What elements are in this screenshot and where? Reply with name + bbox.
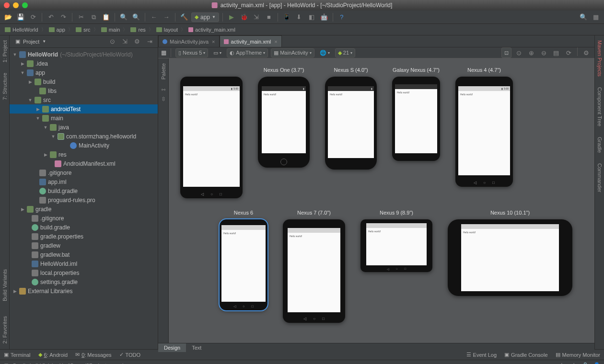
gear-icon[interactable]: ⚙: [132, 36, 142, 47]
theme-selector[interactable]: ◐AppTheme▾: [227, 48, 268, 57]
debug-icon[interactable]: 🐞: [239, 12, 249, 23]
device-nexus7[interactable]: Nexus 7 (7.0") Hello world!◁○□: [283, 210, 345, 323]
crumb-file[interactable]: activity_main.xml: [186, 26, 237, 33]
design-canvas[interactable]: ▮5:00Hello world!◁○□ Nexus One (3.7") ▮H…: [169, 58, 594, 343]
refresh-button[interactable]: ⟳: [563, 47, 574, 58]
tree-settingsgradle[interactable]: settings.gradle: [10, 277, 158, 286]
scroll-from-source-icon[interactable]: ⊙: [107, 36, 117, 47]
open-icon[interactable]: 📂: [3, 12, 13, 23]
tool-terminal[interactable]: ▣Terminal: [4, 352, 31, 358]
tool-android[interactable]: ◆66: Android: Android: [38, 352, 68, 358]
tab-activitymain[interactable]: activity_main.xml×: [220, 35, 282, 47]
tree-main[interactable]: ▼main: [10, 114, 158, 123]
tool-gradle-console[interactable]: ▣Gradle Console: [504, 352, 547, 358]
tab-mainactivity[interactable]: MainActivity.java×: [158, 35, 220, 47]
run-config-selector[interactable]: ◆ app ▼: [191, 12, 219, 22]
tree-buildgradle[interactable]: build.gradle: [10, 186, 158, 195]
design-mode-tab[interactable]: Design: [158, 343, 186, 352]
project-view-selector[interactable]: ▣ Project ▼: [12, 38, 49, 45]
forward-icon[interactable]: →: [161, 12, 172, 23]
tree-gradlew[interactable]: gradlew: [10, 241, 158, 250]
tree-gitignore2[interactable]: .gitignore: [10, 214, 158, 223]
maximize-window-button[interactable]: [22, 2, 28, 8]
project-tree[interactable]: ▼HelloWorld(~/StudioProject/HelloWorld) …: [10, 48, 158, 349]
expand-v-icon[interactable]: ⇳: [161, 96, 166, 102]
avd-icon[interactable]: 📱: [281, 12, 292, 23]
run-icon[interactable]: ▶: [226, 12, 237, 23]
tree-proguard[interactable]: proguard-rules.pro: [10, 195, 158, 205]
device-nexus-s[interactable]: Nexus S (4.0") ▮Hello world!: [325, 67, 377, 170]
find-icon[interactable]: 🔍: [118, 12, 129, 23]
orientation-button[interactable]: ▭▾: [211, 49, 224, 57]
device-nexus6[interactable]: Nexus 6 Hello world!◁○□: [220, 210, 267, 310]
android-robot-icon[interactable]: 🤖: [319, 12, 329, 23]
zoom-real-button[interactable]: ⊙: [513, 47, 524, 58]
copy-icon[interactable]: ⧉: [88, 12, 99, 23]
redo-icon[interactable]: ↷: [58, 12, 69, 23]
tool-messages[interactable]: ✉0: Messages: [75, 352, 111, 358]
sync-icon[interactable]: ⟳: [28, 12, 38, 23]
zoom-out-button[interactable]: ⊖: [538, 47, 549, 58]
tool-eventlog[interactable]: ☰Event Log: [466, 352, 497, 358]
paste-icon[interactable]: 📋: [101, 12, 111, 23]
crumb-project[interactable]: HelloWorld: [3, 26, 40, 33]
tool-gradle[interactable]: Gradle: [597, 135, 603, 155]
tree-res[interactable]: ▶res: [10, 150, 158, 159]
tree-java[interactable]: ▼java: [10, 123, 158, 132]
sdk-icon[interactable]: ⬇: [294, 12, 304, 23]
locale-button[interactable]: 🌐▾: [317, 49, 332, 57]
device-nexus4[interactable]: Nexus 4 (4.7") ▮5:00Hello world!◁○□: [455, 67, 513, 187]
tool-structure[interactable]: 7: Structure: [2, 71, 8, 102]
device-nexus10[interactable]: Nexus 10 (10.1") Hello world!: [448, 210, 572, 296]
collapse-icon[interactable]: ⇲: [119, 36, 130, 47]
tree-gradleprops[interactable]: gradle.properties: [10, 232, 158, 241]
tree-package[interactable]: ▼com.stormzhang.helloworld: [10, 132, 158, 141]
close-icon[interactable]: ×: [274, 39, 277, 45]
crumb-main[interactable]: main: [99, 26, 122, 33]
crumb-layout[interactable]: layout: [154, 26, 180, 33]
crumb-app[interactable]: app: [47, 26, 67, 33]
replace-icon[interactable]: 🔍: [131, 12, 141, 23]
close-icon[interactable]: ×: [212, 39, 215, 45]
capture-button[interactable]: ▤: [551, 47, 561, 58]
zoom-in-button[interactable]: ⊕: [526, 47, 536, 58]
tree-mainactivity[interactable]: MainActivity: [10, 141, 158, 150]
back-icon[interactable]: ←: [149, 12, 159, 23]
device-nexus-one[interactable]: Nexus One (3.7") ▮Hello world!: [258, 67, 310, 168]
tree-build[interactable]: ▶build: [10, 77, 158, 86]
tree-hwiml[interactable]: HelloWorld.iml: [10, 259, 158, 268]
monitor-icon[interactable]: ◧: [306, 12, 317, 23]
close-window-button[interactable]: [4, 2, 10, 8]
hector-icon[interactable]: 👤: [593, 362, 600, 364]
activity-selector[interactable]: ▦MainActivity▾: [271, 48, 314, 57]
tool-todo[interactable]: ✓TODO: [119, 352, 141, 358]
tree-buildgradle2[interactable]: build.gradle: [10, 223, 158, 232]
status-toggle-icon[interactable]: ▢: [4, 362, 9, 364]
tree-gradle-folder[interactable]: ▶gradle: [10, 205, 158, 214]
tree-root[interactable]: ▼HelloWorld(~/StudioProject/HelloWorld): [10, 50, 158, 59]
tool-component-tree[interactable]: Component Tree: [597, 85, 603, 128]
hide-icon[interactable]: ⇥: [144, 36, 155, 47]
attach-icon[interactable]: ⇲: [251, 12, 262, 23]
palette-icon[interactable]: ▦: [161, 49, 166, 56]
tree-localprops[interactable]: local.properties: [10, 268, 158, 277]
tree-src[interactable]: ▼src: [10, 95, 158, 104]
device-galaxy-nexus[interactable]: Galaxy Nexus (4.7") Hello world!: [392, 67, 440, 161]
toolwindow-icon[interactable]: ▦: [591, 12, 601, 23]
save-icon[interactable]: 💾: [15, 12, 26, 23]
tool-commander[interactable]: Commander: [597, 161, 603, 194]
tool-maven[interactable]: Maven Projects: [597, 38, 603, 79]
tool-memory[interactable]: ▤Memory Monitor: [556, 352, 600, 358]
api-selector[interactable]: ◆21▾: [335, 48, 355, 57]
tree-libs[interactable]: libs: [10, 86, 158, 95]
tree-appiml[interactable]: app.iml: [10, 177, 158, 186]
text-mode-tab[interactable]: Text: [186, 343, 207, 352]
tree-gradlewbat[interactable]: gradlew.bat: [10, 250, 158, 259]
tool-build-variants[interactable]: Build Variants: [2, 267, 8, 303]
expand-h-icon[interactable]: ⇿: [161, 86, 166, 93]
zoom-fit-button[interactable]: ⊡: [501, 47, 511, 58]
help-icon[interactable]: ?: [337, 12, 347, 23]
tool-project[interactable]: 1: Project: [2, 38, 8, 64]
minimize-window-button[interactable]: [13, 2, 19, 8]
tree-androidtest[interactable]: ▶androidTest: [10, 104, 158, 114]
